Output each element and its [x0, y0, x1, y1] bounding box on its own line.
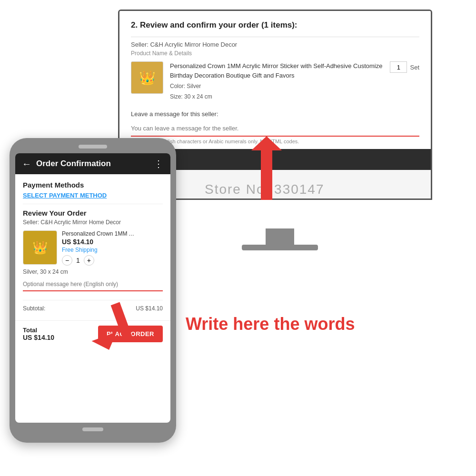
- phone-product-price: US $14.10: [62, 238, 163, 246]
- monitor-message-input[interactable]: [131, 120, 419, 137]
- phone-subtotal-row: Subtotal: US $14.10: [23, 305, 163, 312]
- phone-shipping: Free Shipping: [62, 247, 163, 253]
- total-price: US $14.10: [23, 334, 54, 341]
- monitor-product-name: Personalized Crown 1MM Acrylic Mirror St…: [170, 61, 383, 80]
- monitor-seller: Seller: C&H Acrylic Mirror Home Decor: [131, 37, 419, 50]
- back-arrow-icon[interactable]: ←: [22, 159, 31, 169]
- phone-product-name: Personalized Crown 1MM Acrylic ...: [62, 230, 138, 237]
- monitor-message-label: Leave a message for this seller:: [131, 110, 419, 118]
- arrow-up-shaft: [261, 148, 272, 200]
- monitor-qty-unit: Set: [410, 64, 419, 71]
- select-payment-link[interactable]: SELECT PAYMENT METHOD: [23, 192, 163, 199]
- more-dots-icon[interactable]: ⋮: [154, 158, 164, 169]
- monitor-qty-input[interactable]: [390, 61, 407, 73]
- qty-increase-button[interactable]: +: [84, 255, 94, 266]
- write-here-text: Write here the words: [186, 314, 355, 334]
- monitor-product-info: Personalized Crown 1MM Acrylic Mirror St…: [170, 61, 383, 101]
- total-info: Total US $14.10: [23, 327, 54, 341]
- subtotal-value: US $14.10: [136, 305, 163, 312]
- qty-decrease-button[interactable]: −: [62, 255, 72, 266]
- arrow-up-head: [251, 136, 282, 150]
- phone-topbar: ← Order Confirmation ⋮: [15, 153, 170, 174]
- phone-body: Payment Methods SELECT PAYMENT METHOD Re…: [15, 174, 170, 320]
- total-label: Total: [23, 327, 54, 334]
- subtotal-label: Subtotal:: [23, 305, 45, 312]
- phone: ← Order Confirmation ⋮ Payment Methods S…: [10, 138, 176, 443]
- monitor-qty-box: Set: [390, 61, 419, 73]
- monitor-product-size: Size: 30 x 24 cm: [170, 92, 383, 101]
- phone-product-image: 👑: [23, 230, 57, 265]
- monitor-stand-base: [242, 245, 318, 250]
- monitor-stand-neck: [266, 228, 294, 246]
- monitor-product-label: Product Name & Details: [131, 50, 419, 57]
- phone-home-button[interactable]: [82, 427, 103, 431]
- phone-screen: ← Order Confirmation ⋮ Payment Methods S…: [15, 153, 170, 423]
- phone-product-details: Personalized Crown 1MM Acrylic ... US $1…: [62, 230, 163, 266]
- phone-speaker: [79, 145, 107, 149]
- monitor-product-color: Color: Silver: [170, 82, 383, 90]
- divider-2: [23, 300, 163, 300]
- monitor-product-image: 👑: [131, 61, 163, 94]
- divider-1: [23, 204, 163, 204]
- phone-color-size: Silver, 30 x 24 cm: [23, 268, 163, 275]
- monitor-title: 2. Review and confirm your order (1 item…: [131, 20, 419, 30]
- phone-seller: Seller: C&H Acrylic Mirror Home Decor: [23, 219, 163, 226]
- payment-section-title: Payment Methods: [23, 181, 163, 189]
- phone-title: Order Confirmation: [36, 159, 149, 169]
- review-section-title: Review Your Order: [23, 209, 163, 217]
- monitor-product-row: 👑 Personalized Crown 1MM Acrylic Mirror …: [131, 61, 419, 106]
- phone-qty-row: − 1 +: [62, 255, 163, 266]
- phone-product-row: 👑 Personalized Crown 1MM Acrylic ... US …: [23, 230, 163, 266]
- phone-message-input[interactable]: [23, 278, 163, 291]
- phone-qty-value: 1: [76, 257, 80, 264]
